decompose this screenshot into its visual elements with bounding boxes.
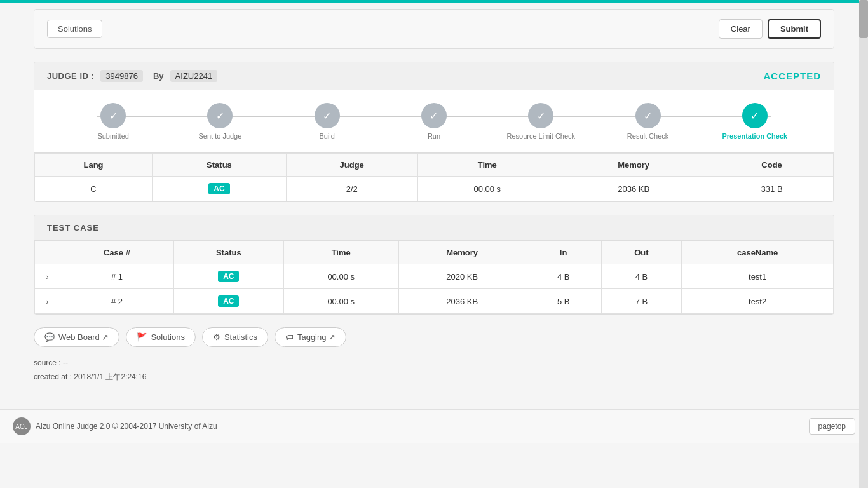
- case-num-2: # 2: [60, 289, 174, 314]
- expand-cell-1[interactable]: ›: [35, 264, 60, 289]
- col-expand: [35, 241, 60, 264]
- col-lang: Lang: [35, 154, 153, 177]
- tc-status-1: AC: [173, 264, 283, 289]
- tc-out-2: 7 B: [601, 289, 682, 314]
- step-circle-sent: ✓: [207, 103, 233, 128]
- solutions-toolbar: Solutions Clear Submit: [34, 9, 834, 49]
- web-board-label: Web Board ↗: [58, 332, 109, 342]
- step-label-resource: Resource Limit Check: [506, 132, 575, 140]
- result-row: C AC 2/2 00.00 s 2036 KB 331 B: [35, 177, 834, 201]
- col-time: Time: [417, 154, 557, 177]
- testcase-title: TEST CASE: [47, 223, 99, 233]
- testcase-table: Case # Status Time Memory In Out caseNam…: [34, 241, 834, 314]
- tc-time-1: 00.00 s: [283, 264, 398, 289]
- step-circle-submitted: ✓: [100, 103, 126, 128]
- judge-id-label: JUDGE ID :: [47, 71, 94, 81]
- col-tc-in: In: [526, 241, 601, 264]
- col-status: Status: [153, 154, 287, 177]
- solutions-action-label: Solutions: [151, 332, 184, 342]
- judge-status: ACCEPTED: [763, 71, 821, 81]
- by-label: By: [153, 71, 164, 81]
- results-table: Lang Status Judge Time Memory Code C AC …: [34, 153, 834, 201]
- toolbar-right: Clear Submit: [719, 19, 821, 39]
- tc-casename-2: test2: [682, 289, 834, 314]
- statistics-label: Statistics: [224, 332, 257, 342]
- tc-ac-badge-1: AC: [218, 271, 239, 282]
- submit-button[interactable]: Submit: [768, 19, 821, 39]
- solutions-button[interactable]: Solutions: [47, 20, 102, 38]
- footer-logo: AOJ Aizu Online Judge 2.0 © 2004-2017 Un…: [13, 417, 217, 435]
- progress-container: ✓ Submitted ✓ Sent to Judge ✓ Build ✓ Ru…: [34, 90, 834, 153]
- statistics-button[interactable]: ⚙ Statistics: [202, 327, 268, 347]
- step-submitted: ✓ Submitted: [60, 103, 166, 140]
- table-row: › # 2 AC 00.00 s 2036 KB 5 B 7 B test2: [35, 289, 834, 314]
- tagging-button[interactable]: 🏷 Tagging ↗: [275, 327, 346, 347]
- web-board-icon: 💬: [44, 332, 55, 342]
- result-lang: C: [35, 177, 153, 201]
- footer-copyright: Aizu Online Judge 2.0 © 2004-2017 Univer…: [36, 422, 217, 431]
- col-judge: Judge: [286, 154, 417, 177]
- expand-cell-2[interactable]: ›: [35, 289, 60, 314]
- ac-badge: AC: [208, 183, 229, 194]
- footer: AOJ Aizu Online Judge 2.0 © 2004-2017 Un…: [0, 409, 868, 443]
- expand-arrow-2[interactable]: ›: [46, 297, 49, 306]
- tc-time-2: 00.00 s: [283, 289, 398, 314]
- tc-ac-badge-2: AC: [218, 295, 239, 307]
- col-memory: Memory: [557, 154, 710, 177]
- source-info: source : -- created at : 2018/1/1 上午2:24…: [34, 356, 834, 384]
- tc-out-1: 4 B: [601, 264, 682, 289]
- judge-panel: JUDGE ID : 3949876 By AIZU2241 ACCEPTED …: [34, 62, 834, 202]
- step-run: ✓ Run: [381, 103, 487, 140]
- col-tc-status: Status: [173, 241, 283, 264]
- expand-arrow-1[interactable]: ›: [46, 273, 49, 281]
- step-circle-run: ✓: [421, 103, 447, 128]
- step-label-sent: Sent to Judge: [198, 132, 241, 140]
- result-judge: 2/2: [286, 177, 417, 201]
- logo-text: AOJ: [15, 423, 27, 430]
- step-label-presentation: Presentation Check: [722, 132, 787, 140]
- result-time: 00.00 s: [417, 177, 557, 201]
- col-case-num: Case #: [60, 241, 174, 264]
- step-label-run: Run: [428, 132, 440, 140]
- step-presentation-check: ✓ Presentation Check: [702, 103, 808, 140]
- step-circle-result: ✓: [635, 103, 661, 128]
- solutions-icon: 🚩: [137, 332, 147, 342]
- step-circle-presentation: ✓: [742, 103, 768, 128]
- solutions-action-button[interactable]: 🚩 Solutions: [126, 327, 195, 347]
- scrollbar-area[interactable]: [859, 0, 868, 443]
- pagetop-button[interactable]: pagetop: [809, 418, 855, 435]
- result-code: 331 B: [710, 177, 834, 201]
- step-circle-resource: ✓: [528, 103, 553, 128]
- web-board-button[interactable]: 💬 Web Board ↗: [34, 327, 119, 347]
- case-num-1: # 1: [60, 264, 174, 289]
- step-label-build: Build: [319, 132, 334, 140]
- step-result-check: ✓ Result Check: [594, 103, 701, 140]
- step-label-result: Result Check: [627, 132, 668, 140]
- testcase-header: TEST CASE: [34, 215, 834, 241]
- testcase-panel: TEST CASE Case # Status Time Memory In O…: [34, 215, 834, 315]
- tc-status-2: AC: [173, 289, 283, 314]
- step-sent-to-judge: ✓ Sent to Judge: [166, 103, 273, 140]
- judge-header: JUDGE ID : 3949876 By AIZU2241 ACCEPTED: [34, 62, 834, 90]
- result-status: AC: [153, 177, 287, 201]
- tagging-label: Tagging ↗: [297, 332, 336, 342]
- clear-button[interactable]: Clear: [719, 19, 763, 39]
- col-case-name: caseName: [682, 241, 834, 264]
- tc-in-1: 4 B: [526, 264, 601, 289]
- steps-row: ✓ Submitted ✓ Sent to Judge ✓ Build ✓ Ru…: [60, 103, 808, 140]
- col-tc-out: Out: [601, 241, 682, 264]
- source-line: source : --: [34, 356, 834, 370]
- created-line: created at : 2018/1/1 上午2:24:16: [34, 370, 834, 384]
- step-build: ✓ Build: [274, 103, 381, 140]
- tc-casename-1: test1: [682, 264, 834, 289]
- step-circle-build: ✓: [315, 103, 340, 128]
- aoj-logo-icon: AOJ: [13, 417, 31, 435]
- step-label-submitted: Submitted: [97, 132, 129, 140]
- tagging-icon: 🏷: [285, 332, 294, 342]
- tc-memory-1: 2020 KB: [398, 264, 526, 289]
- judge-by-value: AIZU2241: [170, 70, 218, 82]
- table-row: › # 1 AC 00.00 s 2020 KB 4 B 4 B test1: [35, 264, 834, 289]
- col-tc-memory: Memory: [398, 241, 526, 264]
- judge-id-value: 3949876: [100, 70, 143, 82]
- scrollbar-thumb[interactable]: [859, 0, 868, 38]
